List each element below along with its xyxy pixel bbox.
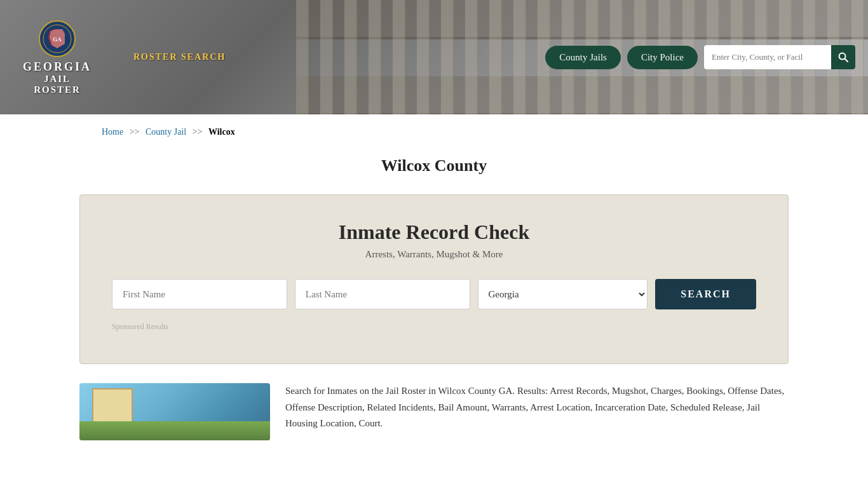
logo-georgia: GEORGIA <box>23 60 92 74</box>
first-name-input[interactable] <box>112 279 287 309</box>
logo-jail: JAIL <box>44 74 71 85</box>
inmate-search-row: Georgia Alabama Florida Tennessee South … <box>112 279 756 309</box>
header-search-input[interactable] <box>704 52 831 62</box>
page-title: Wilcox County <box>0 156 868 175</box>
inmate-check-section: Inmate Record Check Arrests, Warrants, M… <box>79 194 789 364</box>
last-name-input[interactable] <box>295 279 470 309</box>
breadcrumb-sep2: >> <box>193 127 203 137</box>
header-search-button[interactable] <box>831 45 855 69</box>
breadcrumb-current: Wilcox <box>208 127 235 137</box>
county-image <box>79 383 270 440</box>
inmate-check-title: Inmate Record Check <box>112 220 756 244</box>
header: GA GEORGIA JAIL ROSTER ROSTER SEARCH Cou… <box>0 0 868 114</box>
description-section: Search for Inmates on the Jail Roster in… <box>79 383 789 440</box>
inmate-search-button[interactable]: SEARCH <box>655 279 756 309</box>
breadcrumb: Home >> County Jail >> Wilcox <box>0 114 868 150</box>
breadcrumb-county-jail[interactable]: County Jail <box>146 127 186 137</box>
header-content: GA GEORGIA JAIL ROSTER ROSTER SEARCH Cou… <box>0 0 868 114</box>
svg-text:GA: GA <box>53 36 62 43</box>
state-select[interactable]: Georgia Alabama Florida Tennessee South … <box>478 279 648 309</box>
logo-area[interactable]: GA GEORGIA JAIL ROSTER <box>13 20 102 95</box>
roster-search-nav[interactable]: ROSTER SEARCH <box>133 52 226 62</box>
logo-roster: ROSTER <box>34 85 81 95</box>
city-police-button[interactable]: City Police <box>627 46 698 69</box>
breadcrumb-sep1: >> <box>130 127 140 137</box>
search-icon <box>838 52 848 62</box>
header-search-bar <box>704 45 855 69</box>
header-right: County Jails City Police <box>545 45 855 69</box>
inmate-check-subtitle: Arrests, Warrants, Mugshot & More <box>112 249 756 260</box>
sponsored-results-label: Sponsored Results <box>112 322 756 332</box>
svg-line-6 <box>845 59 848 62</box>
georgia-seal-icon: GA <box>38 20 76 58</box>
breadcrumb-home[interactable]: Home <box>102 127 123 137</box>
description-text: Search for Inmates on the Jail Roster in… <box>285 383 789 432</box>
county-jails-button[interactable]: County Jails <box>545 46 621 69</box>
